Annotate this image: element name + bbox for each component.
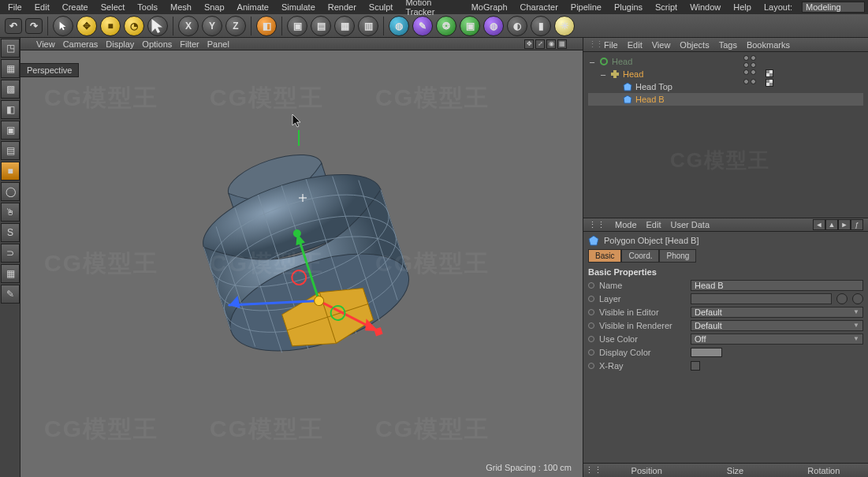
render-pv-button[interactable]: ▦	[334, 16, 355, 36]
om-menu-file[interactable]: File	[604, 40, 618, 50]
magnet-icon[interactable]: ⊃	[1, 244, 20, 263]
undo-button[interactable]: ↶	[5, 18, 22, 34]
last-tool[interactable]	[147, 16, 168, 36]
scale-tool[interactable]: ■	[100, 16, 121, 36]
add-spline-button[interactable]: ✎	[412, 16, 433, 36]
vp-menu-options[interactable]: Options	[142, 39, 172, 49]
tab-phong[interactable]: Phong	[659, 249, 696, 263]
dropdown[interactable]: Off▼	[691, 334, 863, 345]
color-swatch[interactable]	[691, 348, 722, 357]
render-region-button[interactable]: ▤	[311, 16, 331, 36]
grip-icon[interactable]: ⋮⋮	[588, 220, 605, 230]
z-axis-lock[interactable]: Z	[225, 16, 246, 36]
vp-menu-filter[interactable]: Filter	[180, 39, 199, 49]
menu-pipeline[interactable]: Pipeline	[566, 2, 606, 13]
vp-menu-display[interactable]: Display	[106, 39, 134, 49]
om-menu-edit[interactable]: Edit	[628, 40, 643, 50]
menu-select[interactable]: Select	[96, 2, 130, 13]
menu-sculpt[interactable]: Sculpt	[364, 2, 398, 13]
text-input[interactable]: Head B	[691, 280, 863, 291]
checker-icon[interactable]: ▩	[1, 80, 20, 99]
menu-help[interactable]: Help	[728, 2, 756, 13]
nav-up-button[interactable]: ▲	[825, 219, 838, 230]
brush-icon[interactable]: ✎	[1, 285, 20, 304]
om-menu-view[interactable]: View	[652, 40, 671, 50]
iso-cube-icon[interactable]: ◧	[1, 100, 20, 119]
vp-menu-panel[interactable]: Panel	[207, 39, 229, 49]
grip-icon[interactable]: ⋮⋮	[588, 39, 594, 50]
menu-snap[interactable]: Snap	[199, 2, 229, 13]
render-view-button[interactable]: ▣	[287, 16, 307, 36]
menu-file[interactable]: File	[3, 2, 27, 13]
menu-motion-tracker[interactable]: Motion Tracker	[400, 0, 463, 17]
nav-fn-button[interactable]: ƒ	[851, 219, 863, 230]
redo-button[interactable]: ↷	[25, 18, 43, 34]
tab-basic[interactable]: Basic	[588, 249, 621, 263]
vp-zoom-icon[interactable]: ⤢	[535, 39, 545, 49]
layer-clear-button[interactable]	[852, 293, 863, 304]
layer-picker-button[interactable]	[836, 293, 848, 304]
am-menu-userdata[interactable]: User Data	[671, 220, 710, 229]
move-tool[interactable]: ✥	[76, 16, 97, 36]
om-menu-objects[interactable]: Objects	[680, 40, 709, 50]
menu-plugins[interactable]: Plugins	[609, 2, 647, 13]
checkbox[interactable]	[691, 361, 700, 371]
s-icon[interactable]: S	[1, 223, 20, 242]
object-tree[interactable]: –Head–HeadHead TopHead B CG模型王	[583, 52, 868, 218]
add-deformer-button[interactable]: ◍	[483, 16, 504, 36]
tree-row[interactable]: Head B	[588, 93, 863, 106]
add-generator2-button[interactable]: ▣	[460, 16, 480, 36]
visibility-dots[interactable]	[743, 55, 773, 87]
head-model[interactable]	[168, 130, 436, 398]
live-select-tool[interactable]	[53, 16, 73, 36]
expander-icon[interactable]: –	[588, 57, 596, 66]
grid-icon[interactable]: ▦	[1, 264, 20, 283]
nav-next-button[interactable]: ►	[838, 219, 851, 230]
menu-simulate[interactable]: Simulate	[277, 2, 320, 13]
mouse-icon[interactable]: 🖱	[1, 203, 20, 222]
add-light-button[interactable]: ☀	[554, 16, 575, 36]
menu-create[interactable]: Create	[58, 2, 93, 13]
menu-script[interactable]: Script	[650, 2, 682, 13]
am-menu-mode[interactable]: Mode	[615, 220, 637, 229]
menu-animate[interactable]: Animate	[233, 2, 274, 13]
menu-tools[interactable]: Tools	[132, 2, 162, 13]
add-generator-button[interactable]: ❂	[436, 16, 456, 36]
om-menu-tags[interactable]: Tags	[719, 40, 737, 50]
text-input[interactable]	[691, 293, 832, 304]
model-icon[interactable]: ◳	[1, 39, 20, 58]
coord-system-button[interactable]: ◧	[256, 16, 277, 36]
menu-window[interactable]: Window	[685, 2, 725, 13]
y-axis-lock[interactable]: Y	[202, 16, 222, 36]
grip-icon[interactable]: ⋮⋮	[585, 465, 602, 475]
cube-icon[interactable]: ▦	[1, 59, 20, 78]
solid-cube-icon[interactable]: ■	[1, 162, 20, 181]
menu-character[interactable]: Character	[516, 2, 563, 13]
layout-dropdown[interactable]: Modeling	[802, 2, 865, 13]
tree-row[interactable]: –Head	[588, 55, 863, 68]
add-environment-button[interactable]: ◐	[507, 16, 527, 36]
phong-tag-icon[interactable]	[766, 69, 773, 77]
expander-icon[interactable]: –	[599, 69, 607, 79]
dropdown[interactable]: Default▼	[691, 320, 863, 331]
phong-tag-icon[interactable]	[766, 79, 773, 87]
render-settings-button[interactable]: ▥	[358, 16, 378, 36]
poly-icon[interactable]: ▤	[1, 141, 20, 160]
wire-cube-icon[interactable]: ▣	[1, 121, 20, 140]
dropdown[interactable]: Default▼	[691, 307, 863, 318]
add-camera-button[interactable]: ▮	[531, 16, 551, 36]
menu-mesh[interactable]: Mesh	[166, 2, 196, 13]
vp-pan-icon[interactable]: ✥	[524, 39, 534, 49]
viewport-canvas[interactable]: Perspective	[20, 50, 583, 477]
nav-prev-button[interactable]: ◄	[813, 219, 825, 230]
om-menu-bookmarks[interactable]: Bookmarks	[747, 40, 790, 50]
vp-toggle-icon[interactable]: ▦	[557, 39, 567, 49]
menu-mograph[interactable]: MoGraph	[467, 2, 512, 13]
vp-menu-cameras[interactable]: Cameras	[63, 39, 99, 49]
tree-row[interactable]: Head Top	[588, 80, 863, 93]
loop-icon[interactable]: ◯	[1, 182, 20, 201]
vp-menu-view[interactable]: View	[36, 39, 55, 49]
am-menu-edit[interactable]: Edit	[646, 220, 661, 229]
vp-orbit-icon[interactable]: ◉	[546, 39, 556, 49]
rotate-tool[interactable]: ◔	[124, 16, 144, 36]
